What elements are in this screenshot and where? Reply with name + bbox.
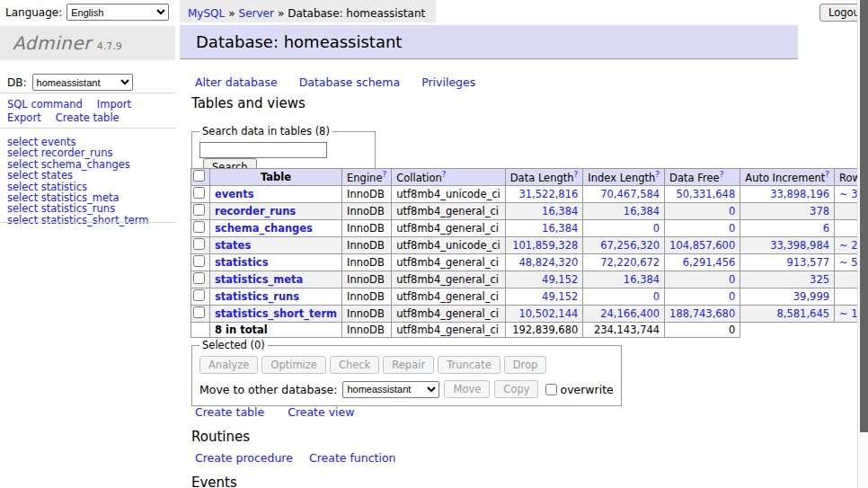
footer-link-create-table[interactable]: Create table: [195, 405, 264, 419]
analyze-button[interactable]: Analyze: [199, 356, 258, 374]
selected-legend: Selected (0): [199, 339, 268, 351]
data-length-value[interactable]: 49,152: [542, 273, 578, 286]
help-icon[interactable]: ?: [655, 170, 660, 179]
table-link-states[interactable]: states: [215, 239, 251, 252]
index-length-value[interactable]: 72,220,672: [600, 256, 660, 269]
auto-increment-value[interactable]: 913,577: [786, 256, 829, 269]
auto-increment-value[interactable]: 33,398,984: [770, 239, 829, 252]
sidebar-item-select-recorder-runs[interactable]: select recorder_runs: [7, 147, 148, 158]
data-length-value[interactable]: 16,384: [542, 205, 578, 217]
routine-link-create-procedure[interactable]: Create procedure: [195, 451, 293, 465]
routine-link-create-function[interactable]: Create function: [309, 451, 396, 465]
auto-increment-value[interactable]: 8,581,645: [777, 307, 830, 320]
auto-increment-value[interactable]: 325: [810, 273, 829, 286]
language-select[interactable]: English: [66, 4, 169, 21]
index-length-value[interactable]: 24,166,400: [600, 307, 660, 320]
routines-heading: Routines: [191, 429, 250, 445]
row-checkbox[interactable]: [193, 204, 205, 216]
auto-increment-value[interactable]: 39,999: [793, 290, 829, 303]
data-length-cell: 10,502,144: [505, 306, 583, 323]
data-length-value[interactable]: 49,152: [542, 290, 578, 303]
help-icon[interactable]: ?: [442, 170, 447, 179]
scrollbar-thumb[interactable]: [860, 0, 868, 432]
data-free-value[interactable]: 6,291,456: [683, 256, 736, 269]
data-length-value[interactable]: 16,384: [542, 222, 578, 235]
table-link-statistics-runs[interactable]: statistics_runs: [215, 290, 299, 303]
auto-increment-value[interactable]: 33,898,196: [770, 188, 829, 200]
data-free-value[interactable]: 104,857,600: [669, 239, 735, 252]
row-checkbox-cell: [191, 288, 210, 306]
move-button[interactable]: Move: [444, 380, 490, 398]
sidebar-item-select-statistics-runs[interactable]: select statistics_runs: [7, 203, 148, 214]
table-link-schema-changes[interactable]: schema_changes: [215, 222, 313, 235]
drop-button[interactable]: Drop: [504, 356, 547, 374]
index-length-value[interactable]: 16,384: [624, 273, 660, 286]
repair-button[interactable]: Repair: [383, 356, 434, 374]
help-icon[interactable]: ?: [382, 170, 386, 179]
row-checkbox[interactable]: [193, 221, 205, 233]
optimize-button[interactable]: Optimize: [261, 356, 326, 374]
nav-link-alter-database[interactable]: Alter database: [195, 75, 278, 89]
help-icon[interactable]: ?: [574, 170, 579, 179]
nav-link-privileges[interactable]: Privileges: [421, 75, 475, 89]
collation-cell: utf8mb4_general_ci: [392, 306, 506, 323]
sidebar-item-select-statistics-short-term[interactable]: select statistics_short_term: [7, 215, 148, 226]
data-length-cell: 16,384: [505, 203, 583, 220]
table-link-statistics-short-term[interactable]: statistics_short_term: [215, 307, 337, 320]
auto-increment-value[interactable]: 6: [823, 222, 829, 235]
footer-link-create-view[interactable]: Create view: [288, 405, 354, 419]
select-all-checkbox[interactable]: [193, 170, 205, 182]
collation-cell: utf8mb4_general_ci: [392, 254, 506, 271]
breadcrumb-link-server[interactable]: Server: [239, 7, 274, 20]
row-checkbox[interactable]: [193, 306, 205, 318]
data-length-value[interactable]: 31,522,816: [518, 188, 578, 200]
nav-link-database-schema[interactable]: Database schema: [299, 75, 400, 89]
index-length-value[interactable]: 0: [653, 222, 660, 235]
truncate-button[interactable]: Truncate: [438, 356, 500, 374]
row-checkbox[interactable]: [193, 255, 205, 267]
db-select[interactable]: homeassistant: [32, 74, 133, 91]
header-checkbox-cell: [191, 169, 210, 186]
copy-button[interactable]: Copy: [494, 380, 538, 398]
search-input[interactable]: [199, 142, 327, 158]
sidebar-link-import[interactable]: Import: [97, 98, 131, 111]
breadcrumb-link-mysql[interactable]: MySQL: [188, 7, 225, 20]
data-free-value[interactable]: 188,743,680: [669, 307, 735, 320]
index-length-value[interactable]: 16,384: [624, 205, 660, 217]
table-link-statistics-meta[interactable]: statistics_meta: [215, 273, 303, 286]
sidebar-link-sql-command[interactable]: SQL command: [7, 98, 83, 111]
row-checkbox[interactable]: [193, 187, 205, 199]
row-checkbox[interactable]: [193, 289, 205, 301]
data-free-value[interactable]: 0: [729, 222, 735, 235]
data-free-value[interactable]: 0: [729, 273, 735, 286]
help-icon[interactable]: ?: [825, 170, 829, 179]
table-link-recorder-runs[interactable]: recorder_runs: [215, 205, 296, 217]
check-button[interactable]: Check: [330, 356, 379, 374]
row-checkbox[interactable]: [193, 238, 205, 250]
table-name-cell: events: [210, 186, 342, 203]
sidebar-link-export[interactable]: Export: [7, 111, 41, 124]
sidebar-item-select-states[interactable]: select states: [7, 170, 148, 181]
index-length-cell: 67,256,320: [583, 237, 665, 254]
data-length-value[interactable]: 101,859,328: [512, 239, 578, 252]
overwrite-checkbox[interactable]: [545, 384, 557, 395]
data-length-value[interactable]: 10,502,144: [518, 307, 578, 320]
table-link-events[interactable]: events: [215, 188, 254, 200]
row-checkbox[interactable]: [193, 272, 205, 284]
index-length-value[interactable]: 0: [653, 290, 660, 303]
data-free-value[interactable]: 0: [729, 290, 735, 303]
table-link-statistics[interactable]: statistics: [215, 256, 269, 269]
index-length-cell: 16,384: [583, 203, 665, 220]
data-free-value[interactable]: 50,331,648: [676, 188, 735, 200]
index-length-value[interactable]: 67,256,320: [600, 239, 660, 252]
index-length-value[interactable]: 70,467,584: [600, 188, 660, 200]
help-icon[interactable]: ?: [720, 170, 724, 179]
data-length-cell: 31,522,816: [505, 186, 583, 203]
data-free-value[interactable]: 0: [729, 205, 735, 217]
sidebar-link-create-table[interactable]: Create table: [56, 111, 120, 124]
index-length-cell: 72,220,672: [583, 254, 665, 271]
move-db-select[interactable]: homeassistant: [342, 381, 439, 398]
auto-increment-cell: 33,398,984: [740, 237, 835, 254]
data-length-value[interactable]: 48,824,320: [518, 256, 578, 269]
auto-increment-value[interactable]: 378: [810, 205, 829, 217]
